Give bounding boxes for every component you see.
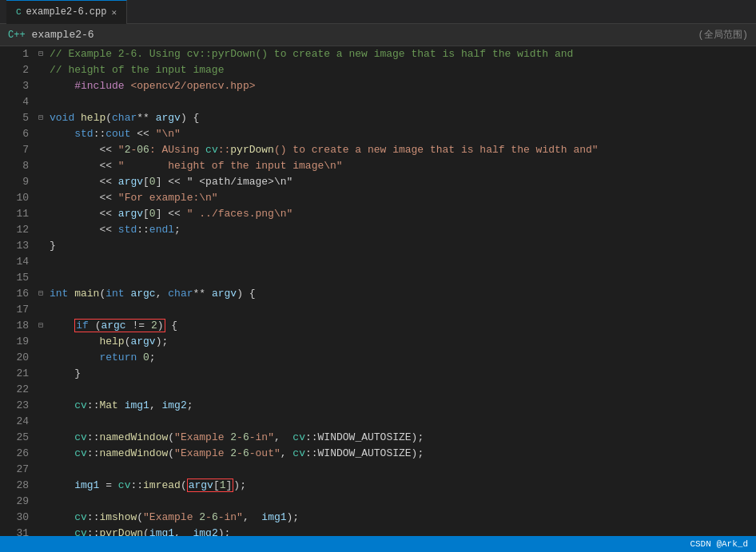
- line-number: 16: [5, 286, 29, 302]
- code-line: // height of the input image: [38, 62, 756, 78]
- code-line: cv::namedWindow("Example 2-6-out", cv::W…: [38, 446, 756, 462]
- code-line: img1 = cv::imread(argv[1]);: [38, 478, 756, 494]
- code-line: << " height of the input image\n": [38, 158, 756, 174]
- title-bar: C example2-6.cpp ✕: [0, 0, 756, 24]
- line-number: 28: [5, 478, 29, 494]
- code-text: if (argc != 2) {: [50, 318, 177, 334]
- line-number: 6: [5, 126, 29, 142]
- status-bar: CSDN @Ark_d: [0, 536, 756, 552]
- code-line: cv::imshow("Example 2-6-in", img1);: [38, 510, 756, 526]
- code-text: << std::endl;: [50, 222, 181, 238]
- editor-filename: example2-6: [32, 29, 94, 41]
- line-number: 2: [5, 62, 29, 78]
- line-number: 14: [5, 254, 29, 270]
- code-text: cv::imshow("Example 2-6-in", img1);: [50, 510, 299, 526]
- code-line: cv::namedWindow("Example 2-6-in", cv::WI…: [38, 430, 756, 446]
- code-line: return 0;: [38, 350, 756, 366]
- code-text: void help(char** argv) {: [50, 110, 199, 126]
- code-text: cv::namedWindow("Example 2-6-out", cv::W…: [50, 446, 424, 462]
- code-line: << std::endl;: [38, 222, 756, 238]
- code-text: int main(int argc, char** argv) {: [50, 286, 256, 302]
- line-number: 4: [5, 94, 29, 110]
- code-text: img1 = cv::imread(argv[1]);: [50, 478, 246, 494]
- line-number: 27: [5, 462, 29, 478]
- code-line: ⊟void help(char** argv) {: [38, 110, 756, 126]
- code-line: cv::pyrDown(img1, img2);: [38, 526, 756, 536]
- tab-modified-icon: ✕: [111, 7, 117, 18]
- code-text: std::cout << "\n": [50, 126, 181, 142]
- line-number: 24: [5, 414, 29, 430]
- line-number: 31: [5, 526, 29, 536]
- line-number: 23: [5, 398, 29, 414]
- code-line: [38, 302, 756, 318]
- line-number: 20: [5, 350, 29, 366]
- code-line: std::cout << "\n": [38, 126, 756, 142]
- code-line: [38, 414, 756, 430]
- code-text: cv::pyrDown(img1, img2);: [50, 526, 230, 536]
- line-number: 13: [5, 238, 29, 254]
- code-line: cv::Mat img1, img2;: [38, 398, 756, 414]
- fold-icon[interactable]: ⊟: [38, 46, 50, 62]
- code-line: ⊟// Example 2-6. Using cv::pyrDown() to …: [38, 46, 756, 62]
- code-text: << "For example:\n": [50, 190, 218, 206]
- line-number: 3: [5, 78, 29, 94]
- cpp-file-icon: C: [16, 7, 22, 17]
- code-text: << "2-06: AUsing cv::pyrDown() to create…: [50, 142, 599, 158]
- code-line: [38, 462, 756, 478]
- code-text: cv::namedWindow("Example 2-6-in", cv::WI…: [50, 430, 424, 446]
- code-line: }: [38, 366, 756, 382]
- code-line: ⊟int main(int argc, char** argv) {: [38, 286, 756, 302]
- code-text: return 0;: [50, 350, 156, 366]
- file-cpp-icon: C++: [8, 30, 26, 41]
- editor-topbar: C++ example2-6 (全局范围): [0, 24, 756, 46]
- line-number: 30: [5, 510, 29, 526]
- line-number: 5: [5, 110, 29, 126]
- code-text: << argv[0] << " ../faces.png\n": [50, 206, 292, 222]
- line-number: 26: [5, 446, 29, 462]
- code-line: ⊟ if (argc != 2) {: [38, 318, 756, 334]
- code-line: << argv[0] << " ../faces.png\n": [38, 206, 756, 222]
- scope-label: (全局范围): [698, 28, 748, 42]
- line-number: 10: [5, 190, 29, 206]
- fold-icon[interactable]: ⊟: [38, 110, 50, 126]
- tab-example2-6[interactable]: C example2-6.cpp ✕: [6, 0, 127, 24]
- line-number: 1: [5, 46, 29, 62]
- code-text: #include <opencv2/opencv.hpp>: [50, 78, 255, 94]
- code-line: [38, 254, 756, 270]
- line-number: 18: [5, 318, 29, 334]
- code-line: help(argv);: [38, 334, 756, 350]
- line-number: 17: [5, 302, 29, 318]
- fold-icon[interactable]: ⊟: [38, 286, 50, 302]
- line-number: 9: [5, 174, 29, 190]
- code-text: }: [50, 366, 81, 382]
- line-number: 22: [5, 382, 29, 398]
- code-line: }: [38, 238, 756, 254]
- line-number: 25: [5, 430, 29, 446]
- code-editor: 1234567891011121314151617181920212223242…: [0, 46, 756, 536]
- code-text: help(argv);: [50, 334, 168, 350]
- code-content[interactable]: ⊟// Example 2-6. Using cv::pyrDown() to …: [35, 46, 756, 536]
- code-text: }: [50, 238, 56, 254]
- code-line: #include <opencv2/opencv.hpp>: [38, 78, 756, 94]
- line-number: 12: [5, 222, 29, 238]
- line-number: 21: [5, 366, 29, 382]
- code-text: << argv[0] << " <path/image>\n": [50, 174, 292, 190]
- line-number: 19: [5, 334, 29, 350]
- code-text: // Example 2-6. Using cv::pyrDown() to c…: [50, 46, 573, 62]
- line-number: 7: [5, 142, 29, 158]
- tab-label: example2-6.cpp: [26, 6, 107, 18]
- line-numbers: 1234567891011121314151617181920212223242…: [0, 46, 35, 536]
- line-number: 15: [5, 270, 29, 286]
- code-line: [38, 270, 756, 286]
- code-line: [38, 94, 756, 110]
- line-number: 8: [5, 158, 29, 174]
- code-line: [38, 382, 756, 398]
- code-text: cv::Mat img1, img2;: [50, 398, 193, 414]
- fold-icon[interactable]: ⊟: [38, 318, 50, 334]
- code-line: << "For example:\n": [38, 190, 756, 206]
- code-line: [38, 494, 756, 510]
- code-line: << argv[0] << " <path/image>\n": [38, 174, 756, 190]
- code-line: << "2-06: AUsing cv::pyrDown() to create…: [38, 142, 756, 158]
- code-text: // height of the input image: [50, 62, 224, 78]
- credit-label: CSDN @Ark_d: [690, 539, 748, 549]
